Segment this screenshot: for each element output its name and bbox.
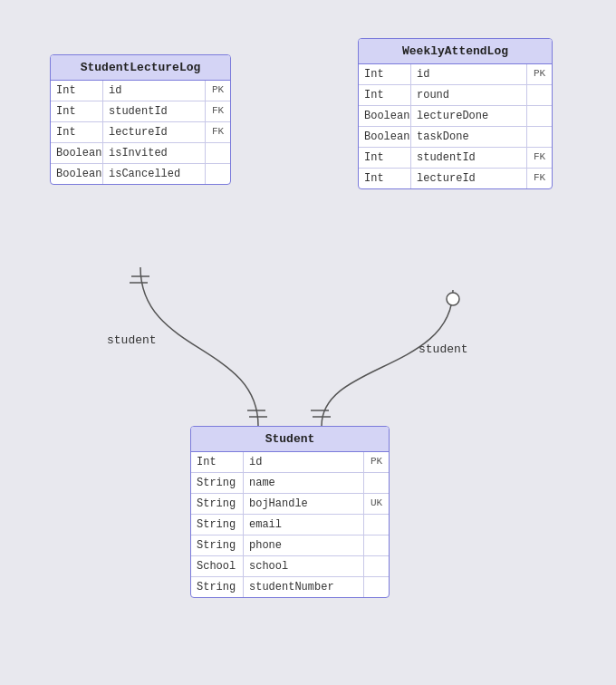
cell-type: Int — [51, 101, 103, 121]
cell-type: Boolean — [359, 127, 411, 147]
cell-key — [363, 515, 389, 535]
cell-name: email — [244, 515, 363, 535]
svg-point-4 — [447, 293, 459, 305]
cell-key: FK — [526, 169, 552, 188]
table-row: String email — [191, 515, 389, 535]
table-row: String studentNumber — [191, 577, 389, 597]
cell-type: String — [191, 577, 244, 597]
table-row: Int round — [359, 85, 552, 106]
cell-key — [363, 535, 389, 555]
cell-type: School — [191, 556, 244, 576]
table-row: Int id PK — [191, 452, 389, 473]
table-row: Int studentId FK — [51, 101, 230, 122]
cell-name: bojHandle — [244, 494, 363, 514]
cell-key: UK — [363, 494, 389, 514]
diagram-canvas: student student StudentLectureLog Int id… — [0, 0, 616, 685]
cell-type: Int — [359, 148, 411, 168]
cell-type: Boolean — [51, 143, 103, 163]
cell-type: Int — [51, 81, 103, 101]
table-row: Boolean isCancelled — [51, 164, 230, 184]
cell-name: lectureDone — [411, 106, 526, 126]
cell-name: isCancelled — [103, 164, 205, 184]
table-title-student-lecture-log: StudentLectureLog — [51, 55, 230, 81]
cell-type: Int — [359, 85, 411, 105]
cell-key: FK — [205, 101, 230, 121]
cell-key — [363, 556, 389, 576]
table-row: Boolean taskDone — [359, 127, 552, 148]
cell-key — [363, 577, 389, 597]
cell-name: studentId — [411, 148, 526, 168]
cell-key: FK — [205, 122, 230, 142]
cell-name: lectureId — [411, 169, 526, 188]
cell-type: Int — [359, 64, 411, 84]
cell-type: String — [191, 494, 244, 514]
relation-label-left: student — [107, 333, 157, 347]
table-row: Boolean lectureDone — [359, 106, 552, 127]
cell-key: PK — [205, 81, 230, 101]
cell-name: id — [244, 452, 363, 472]
cell-key: PK — [526, 64, 552, 84]
table-row: Int id PK — [359, 64, 552, 85]
table-row: Int lectureId FK — [51, 122, 230, 143]
cell-type: Boolean — [359, 106, 411, 126]
table-weekly-attend-log: WeeklyAttendLog Int id PK Int round Bool… — [358, 38, 553, 189]
cell-name: isInvited — [103, 143, 205, 163]
cell-type: Int — [191, 452, 244, 472]
table-student: Student Int id PK String name String boj… — [190, 426, 390, 598]
table-row: String phone — [191, 535, 389, 556]
cell-name: studentId — [103, 101, 205, 121]
cell-key — [363, 473, 389, 493]
cell-name: studentNumber — [244, 577, 363, 597]
cell-key: FK — [526, 148, 552, 168]
cell-name: phone — [244, 535, 363, 555]
cell-key — [205, 143, 230, 163]
cell-name: id — [103, 81, 205, 101]
cell-key — [526, 85, 552, 105]
cell-name: name — [244, 473, 363, 493]
cell-type: String — [191, 535, 244, 555]
cell-name: taskDone — [411, 127, 526, 147]
cell-name: id — [411, 64, 526, 84]
relation-label-right: student — [419, 342, 468, 356]
table-row: School school — [191, 556, 389, 577]
cell-type: Int — [51, 122, 103, 142]
cell-name: lectureId — [103, 122, 205, 142]
cell-type: String — [191, 473, 244, 493]
cell-name: round — [411, 85, 526, 105]
table-title-student: Student — [191, 427, 389, 452]
cell-type: Int — [359, 169, 411, 188]
table-row: Int lectureId FK — [359, 169, 552, 188]
table-row: Boolean isInvited — [51, 143, 230, 164]
table-title-weekly-attend-log: WeeklyAttendLog — [359, 39, 552, 64]
cell-key: PK — [363, 452, 389, 472]
cell-name: school — [244, 556, 363, 576]
table-student-lecture-log: StudentLectureLog Int id PK Int studentI… — [50, 54, 231, 185]
table-row: String bojHandle UK — [191, 494, 389, 515]
cell-key — [526, 127, 552, 147]
cell-key — [526, 106, 552, 126]
table-row: Int id PK — [51, 81, 230, 101]
cell-type: Boolean — [51, 164, 103, 184]
cell-key — [205, 164, 230, 184]
table-row: Int studentId FK — [359, 148, 552, 169]
cell-type: String — [191, 515, 244, 535]
table-row: String name — [191, 473, 389, 494]
